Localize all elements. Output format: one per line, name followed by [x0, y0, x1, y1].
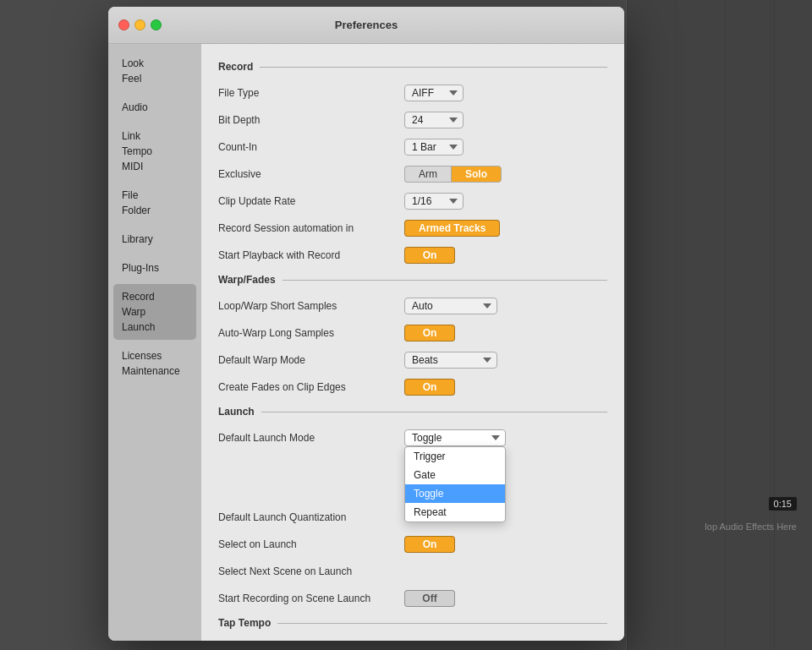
launch-mode-trigger[interactable]: Trigger [405, 447, 505, 466]
auto-warp-label: Auto-Warp Long Samples [218, 327, 404, 339]
close-button[interactable] [118, 19, 129, 30]
count-in-control: None 1 Bar 2 Bars [404, 139, 464, 156]
exclusive-row: Exclusive Arm Solo [218, 164, 607, 184]
select-on-launch-row: Select on Launch On [218, 534, 607, 554]
start-playback-tap-row: Start Playback with Tap Tempo On [218, 639, 607, 641]
loop-warp-row: Loop/Warp Short Samples Auto On Off [218, 296, 607, 316]
start-recording-scene-row: Start Recording on Scene Launch Off [218, 588, 607, 609]
loop-warp-control: Auto On Off [404, 298, 497, 314]
warp-fades-section-header: Warp/Fades [218, 274, 607, 286]
bit-depth-control: 16 24 32 [404, 112, 464, 128]
default-launch-quantization-label: Default Launch Quantization [218, 511, 404, 523]
file-type-control: AIFF WAV FLAC MP3 [404, 85, 464, 101]
sidebar-item-library[interactable]: Library [113, 227, 196, 252]
auto-warp-row: Auto-Warp Long Samples On [218, 323, 607, 343]
start-playback-record-row: Start Playback with Record On [218, 245, 607, 265]
window-controls [118, 19, 162, 30]
maximize-button[interactable] [151, 19, 162, 30]
launch-mode-toggle[interactable]: Toggle [405, 484, 505, 503]
record-section-header: Record [218, 61, 607, 73]
file-type-dropdown[interactable]: AIFF WAV FLAC MP3 [404, 85, 464, 101]
bit-depth-dropdown[interactable]: 16 24 32 [404, 112, 464, 128]
bit-depth-label: Bit Depth [218, 114, 404, 126]
launch-mode-gate[interactable]: Gate [405, 466, 505, 484]
default-launch-mode-control: Toggle Trigger Gate Toggle Repeat [404, 429, 506, 446]
sidebar: LookFeel Audio LinkTempoMIDI FileFolder … [108, 44, 201, 641]
start-recording-scene-control: Off [404, 590, 455, 607]
start-playback-record-label: Start Playback with Record [218, 249, 404, 261]
sidebar-item-file-folder[interactable]: FileFolder [113, 183, 196, 223]
start-recording-scene-label: Start Recording on Scene Launch [218, 593, 404, 604]
drop-audio-label: lop Audio Effects Here [705, 522, 797, 532]
start-playback-record-button[interactable]: On [404, 247, 455, 264]
exclusive-control: Arm Solo [404, 166, 502, 183]
launch-section-header: Launch [218, 406, 607, 418]
warp-fades-section-title: Warp/Fades [218, 274, 276, 286]
select-on-launch-control: On [404, 536, 455, 553]
sidebar-item-look-feel[interactable]: LookFeel [113, 51, 196, 91]
sidebar-item-audio[interactable]: Audio [113, 95, 196, 120]
tap-tempo-section-line [277, 623, 607, 624]
tap-tempo-section-title: Tap Tempo [218, 617, 271, 629]
clip-update-rate-dropdown[interactable]: 1/4 1/8 1/16 1/32 [404, 193, 464, 210]
launch-section-line [261, 412, 607, 412]
title-bar: Preferences [108, 7, 624, 44]
launch-section-title: Launch [218, 406, 255, 418]
create-fades-label: Create Fades on Clip Edges [218, 381, 404, 393]
clip-update-rate-row: Clip Update Rate 1/4 1/8 1/16 1/32 [218, 191, 607, 211]
loop-warp-dropdown[interactable]: Auto On Off [404, 298, 497, 314]
start-playback-record-control: On [404, 247, 455, 264]
bit-depth-row: Bit Depth 16 24 32 [218, 110, 607, 130]
default-launch-mode-dropdown[interactable]: Toggle [404, 429, 506, 446]
select-on-launch-button[interactable]: On [404, 536, 455, 553]
default-warp-control: Beats Tones Texture Re-Pitch Complex Com… [404, 352, 497, 369]
default-warp-row: Default Warp Mode Beats Tones Texture Re… [218, 350, 607, 370]
file-type-label: File Type [218, 87, 404, 99]
record-session-control: Armed Tracks [404, 220, 500, 237]
clip-update-rate-control: 1/4 1/8 1/16 1/32 [404, 193, 464, 210]
content-panel: Record File Type AIFF WAV FLAC MP3 Bit D… [201, 44, 624, 641]
launch-mode-popup: Trigger Gate Toggle Repeat [404, 446, 506, 522]
window-title: Preferences [335, 19, 398, 31]
record-session-row: Record Session automation in Armed Track… [218, 218, 607, 238]
auto-warp-control: On [404, 325, 455, 341]
select-next-scene-label: Select Next Scene on Launch [218, 565, 404, 577]
launch-mode-repeat[interactable]: Repeat [405, 503, 505, 522]
minimize-button[interactable] [134, 19, 145, 30]
count-in-label: Count-In [218, 141, 404, 153]
solo-button[interactable]: Solo [451, 166, 502, 183]
count-in-row: Count-In None 1 Bar 2 Bars [218, 137, 607, 157]
auto-warp-button[interactable]: On [404, 325, 455, 341]
main-content: LookFeel Audio LinkTempoMIDI FileFolder … [108, 44, 624, 641]
default-launch-mode-row: Default Launch Mode Toggle Trigger Gate … [218, 428, 607, 448]
select-on-launch-label: Select on Launch [218, 538, 404, 550]
arm-button[interactable]: Arm [404, 166, 451, 183]
daw-grid [626, 0, 812, 650]
start-recording-scene-button[interactable]: Off [404, 590, 455, 607]
default-launch-mode-label: Default Launch Mode [218, 432, 404, 444]
sidebar-item-record-warp-launch[interactable]: RecordWarpLaunch [113, 284, 196, 340]
select-next-scene-row: Select Next Scene on Launch [218, 561, 607, 582]
sidebar-item-plug-ins[interactable]: Plug-Ins [113, 255, 196, 281]
default-warp-dropdown[interactable]: Beats Tones Texture Re-Pitch Complex Com… [404, 352, 497, 369]
tap-tempo-section-header: Tap Tempo [218, 617, 607, 629]
sidebar-item-licenses-maintenance[interactable]: LicensesMaintenance [113, 343, 196, 384]
default-warp-label: Default Warp Mode [218, 354, 404, 366]
create-fades-control: On [404, 379, 455, 396]
clip-update-rate-label: Clip Update Rate [218, 195, 404, 207]
record-section-title: Record [218, 61, 253, 73]
count-in-dropdown[interactable]: None 1 Bar 2 Bars [404, 139, 464, 156]
file-type-row: File Type AIFF WAV FLAC MP3 [218, 83, 607, 103]
preferences-window: Preferences LookFeel Audio LinkTempoMIDI… [108, 7, 624, 641]
time-display: 0:15 [769, 497, 797, 511]
create-fades-row: Create Fades on Clip Edges On [218, 377, 607, 397]
create-fades-button[interactable]: On [404, 379, 455, 396]
exclusive-label: Exclusive [218, 168, 404, 180]
sidebar-item-link-tempo-midi[interactable]: LinkTempoMIDI [113, 123, 196, 179]
loop-warp-label: Loop/Warp Short Samples [218, 300, 404, 312]
record-section-line [260, 67, 607, 68]
warp-fades-section-line [283, 280, 607, 281]
armed-tracks-button[interactable]: Armed Tracks [404, 220, 500, 237]
record-session-label: Record Session automation in [218, 222, 404, 234]
